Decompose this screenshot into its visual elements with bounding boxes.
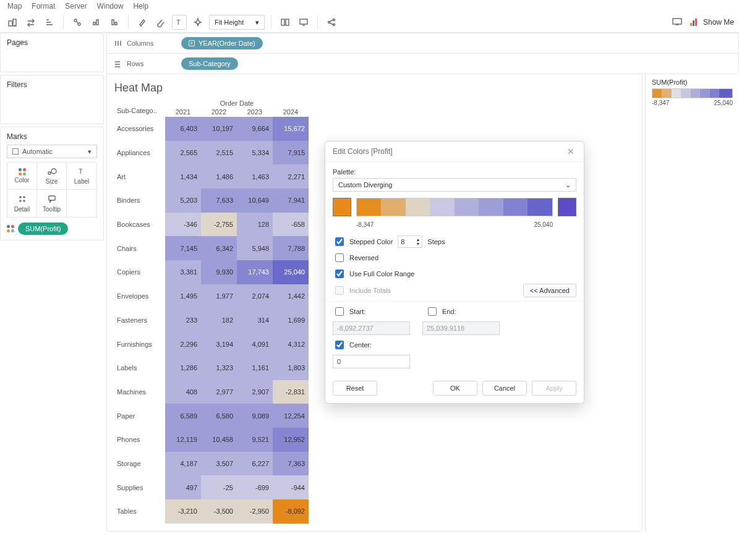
color-legend[interactable]: SUM(Profit) -8,34725,040 — [645, 74, 739, 532]
ok-button[interactable]: OK — [433, 381, 477, 396]
heatmap-cell[interactable]: 1,803 — [273, 356, 309, 380]
stepped-color-checkbox[interactable]: Stepped Color — [333, 235, 393, 248]
menu-map[interactable]: Map — [7, 2, 22, 11]
heatmap-cell[interactable]: 25,040 — [273, 260, 309, 284]
include-totals-checkbox[interactable]: Include Totals — [333, 284, 391, 297]
center-checkbox[interactable]: Center: — [333, 339, 372, 351]
tb-group-icon[interactable] — [70, 15, 85, 30]
columns-shelf[interactable]: Columns +YEAR(Order Date) — [106, 33, 739, 54]
reset-button[interactable]: Reset — [333, 381, 377, 396]
heatmap-cell[interactable]: 5,948 — [237, 236, 273, 260]
tb-pin-icon[interactable] — [190, 15, 205, 30]
heatmap-cell[interactable]: 15,672 — [273, 117, 309, 141]
heatmap-cell[interactable]: 6,342 — [201, 236, 237, 260]
heatmap-cell[interactable]: -2,755 — [201, 213, 237, 237]
marks-color-button[interactable]: Color — [7, 163, 37, 190]
heatmap-cell[interactable]: 12,254 — [273, 404, 309, 428]
heatmap-cell[interactable]: 4,312 — [273, 332, 309, 356]
heatmap-cell[interactable]: 2,074 — [237, 284, 273, 308]
marks-label-button[interactable]: TLabel — [67, 163, 96, 190]
heatmap-cell[interactable]: 1,434 — [165, 164, 201, 189]
heatmap-cell[interactable]: 1,495 — [165, 284, 201, 308]
steps-input[interactable]: 8▴▾ — [398, 235, 422, 248]
tb-label-icon[interactable]: T — [172, 15, 187, 30]
heatmap-cell[interactable]: 9,664 — [237, 117, 273, 141]
menu-help[interactable]: Help — [133, 2, 148, 11]
heatmap-cell[interactable]: 3,381 — [165, 260, 201, 284]
heatmap-cell[interactable]: 1,977 — [201, 284, 237, 308]
heatmap-cell[interactable]: 17,743 — [237, 260, 273, 284]
menu-server[interactable]: Server — [65, 2, 87, 11]
heatmap-cell[interactable]: -3,210 — [165, 499, 201, 524]
heatmap-cell[interactable]: 10,197 — [201, 117, 237, 141]
advanced-button[interactable]: << Advanced — [523, 284, 576, 297]
heatmap-cell[interactable]: 7,941 — [273, 189, 309, 213]
heatmap-cell[interactable]: 1,699 — [273, 308, 309, 333]
marks-tooltip-button[interactable]: Tooltip — [37, 190, 67, 217]
close-icon[interactable]: ✕ — [565, 146, 576, 156]
heatmap-cell[interactable]: 2,565 — [165, 141, 201, 165]
heatmap-cell[interactable]: 3,507 — [201, 452, 237, 476]
heatmap-cell[interactable]: 6,227 — [237, 452, 273, 476]
heatmap-cell[interactable]: 9,089 — [237, 404, 273, 428]
heatmap-cell[interactable]: 5,334 — [237, 141, 273, 165]
fit-dropdown[interactable]: Fit Height ▾ — [209, 15, 265, 30]
end-checkbox[interactable]: End: — [425, 305, 456, 318]
heatmap-cell[interactable]: 6,589 — [165, 404, 201, 428]
heatmap-cell[interactable]: 2,907 — [237, 380, 273, 404]
pages-shelf[interactable]: Pages — [0, 33, 104, 72]
heatmap-cell[interactable]: 6,403 — [165, 117, 201, 141]
color-encoding-icon[interactable] — [7, 225, 14, 232]
tb-data-icon[interactable] — [5, 15, 20, 30]
heatmap-cell[interactable]: 182 — [201, 308, 237, 333]
heatmap-cell[interactable]: -3,500 — [201, 499, 237, 524]
heatmap-cell[interactable]: -346 — [165, 213, 201, 237]
heatmap-cell[interactable]: 1,442 — [273, 284, 309, 308]
heatmap-cell[interactable]: 1,323 — [201, 356, 237, 380]
cancel-button[interactable]: Cancel — [482, 381, 527, 396]
heatmap-cell[interactable]: 9,930 — [201, 260, 237, 284]
tb-presentation-icon[interactable] — [670, 15, 685, 30]
heatmap-cell[interactable]: -944 — [273, 475, 309, 499]
reversed-checkbox[interactable]: Reversed — [333, 252, 378, 264]
heatmap-cell[interactable]: 7,788 — [273, 236, 309, 260]
heatmap-cell[interactable]: -8,092 — [273, 499, 309, 524]
menu-window[interactable]: Window — [97, 2, 124, 11]
marks-detail-button[interactable]: Detail — [7, 190, 37, 217]
heatmap-cell[interactable]: 7,633 — [201, 189, 237, 213]
start-color-swatch[interactable] — [333, 198, 351, 216]
rows-shelf[interactable]: Rows Sub-Category — [106, 53, 739, 74]
heatmap-cell[interactable]: 9,521 — [237, 428, 273, 452]
show-me-button[interactable]: Show Me — [690, 18, 734, 27]
start-checkbox[interactable]: Start: — [333, 305, 413, 318]
heatmap-cell[interactable]: 233 — [165, 308, 201, 333]
marks-pill-sum-profit[interactable]: SUM(Profit) — [18, 223, 68, 235]
marks-type-dropdown[interactable]: Automatic ▾ — [7, 145, 97, 158]
heatmap-cell[interactable]: 497 — [165, 475, 201, 499]
columns-pill-year[interactable]: +YEAR(Order Date) — [181, 37, 263, 49]
heatmap-cell[interactable]: 10,649 — [237, 189, 273, 213]
heatmap-cell[interactable]: 1,286 — [165, 356, 201, 380]
heatmap-cell[interactable]: 10,458 — [201, 428, 237, 452]
tb-highlight-icon[interactable] — [135, 15, 150, 30]
heatmap-cell[interactable]: -2,831 — [273, 380, 309, 404]
menu-format[interactable]: Format — [32, 2, 55, 11]
apply-button[interactable]: Apply — [532, 381, 576, 396]
heatmap-cell[interactable]: -25 — [201, 475, 237, 499]
filters-shelf[interactable]: Filters — [0, 75, 104, 124]
heatmap-cell[interactable]: 3,194 — [201, 332, 237, 356]
full-range-checkbox[interactable]: Use Full Color Range — [333, 268, 414, 280]
heatmap-cell[interactable]: 1,463 — [237, 164, 273, 189]
heatmap-cell[interactable]: 2,977 — [201, 380, 237, 404]
heatmap-cell[interactable]: 5,203 — [165, 189, 201, 213]
center-value-input[interactable]: 0 — [333, 355, 410, 368]
heatmap-cell[interactable]: 2,515 — [201, 141, 237, 165]
tb-swap-icon[interactable] — [23, 15, 38, 30]
end-color-swatch[interactable] — [558, 198, 576, 216]
heatmap-cell[interactable]: 12,952 — [273, 428, 309, 452]
rows-pill-subcategory[interactable]: Sub-Category — [181, 57, 238, 70]
heatmap-cell[interactable]: 128 — [237, 213, 273, 237]
heatmap-cell[interactable]: -699 — [237, 475, 273, 499]
sheet-title[interactable]: Heat Map — [114, 82, 634, 95]
heatmap-cell[interactable]: 4,091 — [237, 332, 273, 356]
